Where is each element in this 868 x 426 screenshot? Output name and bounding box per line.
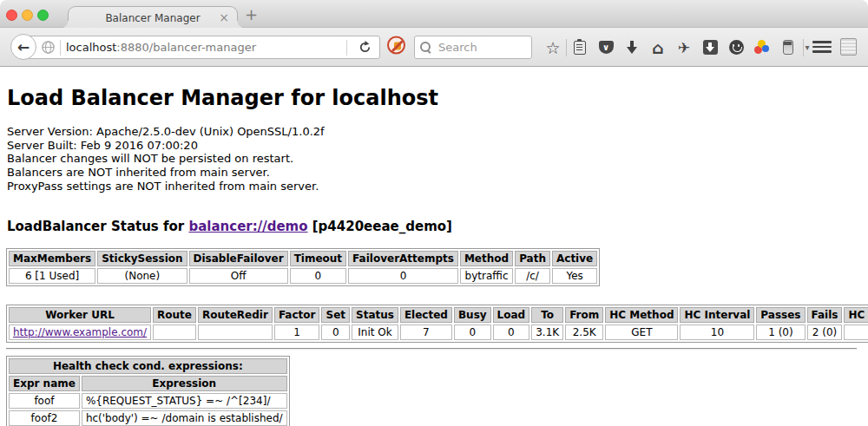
table-row: foof2 hc('body') =~ /domain is establish… (9, 410, 287, 426)
col-passes: Passes (756, 307, 805, 323)
cell-hc-interval: 10 (680, 324, 754, 340)
globe-icon (42, 41, 55, 54)
tab-balancer-manager[interactable]: Balancer Manager × (68, 6, 238, 29)
col-set: Set (321, 307, 350, 323)
balancer-demo-link[interactable]: balancer://demo (188, 219, 307, 234)
cell-passes: 1 (0) (756, 324, 805, 340)
cell-failoverattempts: 0 (348, 268, 458, 284)
col-status: Status (352, 307, 398, 323)
worker-url-link[interactable]: http://www.example.com/ (13, 326, 147, 338)
col-expression: Expression (82, 376, 287, 391)
table-header-row: Worker URL Route RouteRedir Factor Set S… (9, 307, 868, 323)
chat-extension-button[interactable] (723, 40, 749, 55)
table-header-row: MaxMembers StickySession DisableFailover… (9, 251, 597, 266)
cell-disablefailover: Off (189, 268, 288, 284)
cell-from: 2.5K (565, 324, 603, 340)
blocked-content-icon[interactable] (387, 36, 405, 54)
table-caption-row: Health check cond. expressions: (9, 358, 287, 374)
reload-icon[interactable] (358, 41, 372, 54)
col-to: To (531, 307, 563, 323)
server-info: Server Version: Apache/2.5.0-dev (Unix) … (7, 125, 862, 193)
col-worker-url: Worker URL (9, 307, 151, 323)
bookmark-star-button[interactable]: ☆ (540, 38, 566, 57)
col-active: Active (552, 251, 597, 266)
worker-status-table: Worker URL Route RouteRedir Factor Set S… (6, 305, 868, 343)
cell-factor: 1 (274, 324, 320, 340)
proxypass-notice-line: ProxyPass settings are NOT inherited fro… (7, 180, 862, 193)
toolbar-divider (803, 39, 804, 56)
extension-download-button[interactable] (697, 40, 723, 55)
colored-dots-icon (754, 40, 770, 56)
col-path: Path (515, 251, 550, 266)
cell-set: 0 (321, 324, 350, 340)
col-maxmembers: MaxMembers (9, 251, 95, 266)
clipboard-icon (574, 41, 586, 55)
page-title: Load Balancer Manager for localhost (7, 86, 862, 111)
server-built-line: Server Built: Feb 9 2016 07:00:20 (7, 139, 862, 153)
col-disablefailover: DisableFailover (189, 251, 288, 266)
square-download-icon (703, 40, 718, 55)
table-row: foof %{REQUEST_STATUS} =~ /^[234]/ (9, 393, 287, 409)
browser-window: Balancer Manager × + ← localhost:8880/ba… (0, 0, 868, 426)
loadbalancer-status-heading: LoadBalancer Status for balancer://demo … (7, 219, 862, 234)
balancer-settings-table: MaxMembers StickySession DisableFailover… (6, 248, 600, 286)
cell-status: Init Ok (352, 324, 398, 340)
cell-routeredir (198, 324, 273, 340)
col-failoverattempts: FailoverAttempts (348, 251, 458, 266)
page-clip-icon[interactable] (840, 38, 857, 56)
table-row: 6 [1 Used] (None) Off 0 0 bytraffic /c/ … (9, 268, 597, 284)
back-button[interactable]: ← (10, 34, 36, 60)
col-factor: Factor (274, 307, 320, 323)
url-bar[interactable]: localhost:8880/balancer-manager (23, 36, 380, 59)
col-hc-method: HC Method (605, 307, 678, 323)
url-text[interactable]: localhost:8880/balancer-manager (66, 41, 256, 54)
close-window-button[interactable] (6, 10, 17, 21)
colored-dots-extension-button[interactable] (749, 40, 775, 56)
maximize-window-button[interactable] (37, 10, 49, 21)
smiley-icon (729, 40, 744, 55)
home-icon: ⌂ (652, 38, 664, 57)
search-bar[interactable] (414, 36, 532, 59)
star-icon: ☆ (545, 38, 560, 57)
separator (6, 348, 857, 350)
tab-title: Balancer Manager (105, 12, 200, 24)
cell-fails: 2 (0) (807, 324, 843, 340)
cell-maxmembers: 6 [1 Used] (9, 268, 95, 284)
col-timeout: Timeout (290, 251, 346, 266)
urlbar-divider (60, 40, 61, 56)
cell-path: /c/ (515, 268, 550, 284)
container-extension-button[interactable] (775, 40, 801, 55)
cell-elected: 7 (400, 324, 452, 340)
cell-to: 3.1K (531, 324, 563, 340)
urlbar-divider (346, 40, 347, 56)
menu-button[interactable] (812, 41, 832, 56)
downloads-button[interactable] (619, 41, 645, 54)
download-arrow-icon (627, 41, 637, 54)
search-icon (420, 42, 431, 53)
health-check-table: Health check cond. expressions: Expr nam… (6, 356, 290, 426)
minimize-window-button[interactable] (22, 10, 33, 21)
cell-hc-uri (844, 324, 868, 340)
persist-notice-line: Balancer changes will NOT be persisted o… (7, 152, 862, 166)
pocket-button[interactable]: ∨ (593, 41, 619, 54)
col-busy: Busy (454, 307, 491, 323)
pocket-icon: ∨ (599, 41, 614, 54)
send-tab-button[interactable]: ✈ (671, 39, 697, 56)
col-stickysession: StickySession (97, 251, 187, 266)
new-tab-button[interactable]: + (245, 5, 258, 23)
home-button[interactable]: ⌂ (645, 38, 671, 57)
search-input[interactable] (437, 40, 523, 55)
table-row: http://www.example.com/ 1 0 Init Ok 7 0 … (9, 324, 868, 340)
tab-close-icon[interactable]: × (219, 10, 229, 24)
cell-stickysession: (None) (97, 268, 187, 284)
cell-expr-name: foof (9, 393, 80, 409)
bookmarks-menu-button[interactable] (567, 41, 593, 55)
url-domain: localhost (66, 41, 116, 54)
cell-expr-name: foof2 (9, 410, 80, 426)
cell-load: 0 (493, 324, 530, 340)
tab-strip: Balancer Manager × + (0, 0, 868, 28)
cell-active: Yes (552, 268, 597, 284)
cell-timeout: 0 (290, 268, 346, 284)
toolbar-icon-strip: ☆ ∨ ⌂ ✈ ▾ (540, 28, 813, 67)
col-method: Method (460, 251, 513, 266)
